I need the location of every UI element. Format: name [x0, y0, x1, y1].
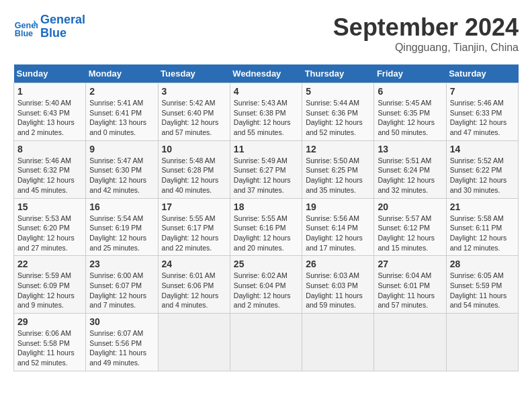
calendar-cell: 26Sunrise: 6:03 AM Sunset: 6:03 PM Dayli…	[302, 256, 374, 314]
logo-icon: General Blue	[13, 15, 38, 39]
calendar-cell: 6Sunrise: 5:45 AM Sunset: 6:35 PM Daylig…	[374, 83, 446, 141]
day-number: 26	[306, 259, 370, 269]
day-number: 10	[162, 144, 226, 154]
col-header-sunday: Sunday	[14, 64, 86, 83]
col-header-thursday: Thursday	[302, 64, 374, 83]
day-info: Sunrise: 5:50 AM Sunset: 6:25 PM Dayligh…	[306, 156, 370, 195]
day-number: 29	[17, 316, 82, 327]
day-number: 25	[234, 259, 298, 269]
day-info: Sunrise: 5:55 AM Sunset: 6:16 PM Dayligh…	[234, 214, 298, 253]
day-number: 23	[89, 259, 154, 269]
logo: General Blue General Blue	[13, 13, 85, 40]
calendar-cell	[302, 314, 374, 371]
day-info: Sunrise: 5:58 AM Sunset: 6:11 PM Dayligh…	[450, 214, 515, 253]
calendar-cell: 22Sunrise: 5:59 AM Sunset: 6:09 PM Dayli…	[14, 256, 86, 314]
calendar-cell: 17Sunrise: 5:55 AM Sunset: 6:17 PM Dayli…	[158, 198, 230, 256]
day-number: 15	[17, 201, 82, 212]
day-number: 22	[17, 259, 82, 269]
calendar-cell: 11Sunrise: 5:49 AM Sunset: 6:27 PM Dayli…	[230, 140, 302, 198]
day-info: Sunrise: 5:49 AM Sunset: 6:27 PM Dayligh…	[234, 156, 298, 195]
day-number: 21	[450, 201, 515, 212]
calendar-cell: 10Sunrise: 5:48 AM Sunset: 6:28 PM Dayli…	[158, 140, 230, 198]
day-number: 13	[378, 144, 442, 154]
day-number: 1	[17, 86, 82, 97]
day-number: 9	[89, 144, 154, 154]
day-number: 12	[306, 144, 370, 154]
calendar-cell: 21Sunrise: 5:58 AM Sunset: 6:11 PM Dayli…	[446, 198, 518, 256]
col-header-tuesday: Tuesday	[158, 64, 230, 83]
day-info: Sunrise: 6:05 AM Sunset: 5:59 PM Dayligh…	[450, 271, 515, 310]
day-number: 5	[306, 86, 370, 97]
day-number: 14	[450, 144, 515, 154]
col-header-wednesday: Wednesday	[230, 64, 302, 83]
calendar-cell	[230, 314, 302, 371]
calendar-cell: 14Sunrise: 5:52 AM Sunset: 6:22 PM Dayli…	[446, 140, 518, 198]
day-number: 8	[17, 144, 82, 154]
day-info: Sunrise: 5:47 AM Sunset: 6:30 PM Dayligh…	[89, 156, 154, 195]
calendar-cell: 16Sunrise: 5:54 AM Sunset: 6:19 PM Dayli…	[86, 198, 158, 256]
calendar-cell: 25Sunrise: 6:02 AM Sunset: 6:04 PM Dayli…	[230, 256, 302, 314]
calendar-cell: 5Sunrise: 5:44 AM Sunset: 6:36 PM Daylig…	[302, 83, 374, 141]
day-info: Sunrise: 6:04 AM Sunset: 6:01 PM Dayligh…	[378, 271, 442, 310]
day-info: Sunrise: 5:40 AM Sunset: 6:43 PM Dayligh…	[17, 98, 82, 138]
calendar-cell	[374, 314, 446, 371]
day-info: Sunrise: 5:42 AM Sunset: 6:40 PM Dayligh…	[162, 98, 226, 138]
day-info: Sunrise: 5:56 AM Sunset: 6:14 PM Dayligh…	[306, 214, 370, 253]
day-info: Sunrise: 5:59 AM Sunset: 6:09 PM Dayligh…	[17, 271, 82, 310]
day-number: 27	[378, 259, 442, 269]
calendar-cell: 19Sunrise: 5:56 AM Sunset: 6:14 PM Dayli…	[302, 198, 374, 256]
calendar-cell: 20Sunrise: 5:57 AM Sunset: 6:12 PM Dayli…	[374, 198, 446, 256]
day-number: 30	[89, 316, 154, 327]
calendar-cell: 23Sunrise: 6:00 AM Sunset: 6:07 PM Dayli…	[86, 256, 158, 314]
day-info: Sunrise: 5:46 AM Sunset: 6:32 PM Dayligh…	[17, 156, 82, 195]
day-info: Sunrise: 6:07 AM Sunset: 5:56 PM Dayligh…	[89, 328, 154, 368]
logo-blue: Blue	[40, 27, 85, 40]
calendar-cell: 2Sunrise: 5:41 AM Sunset: 6:41 PM Daylig…	[86, 83, 158, 141]
day-info: Sunrise: 5:51 AM Sunset: 6:24 PM Dayligh…	[378, 156, 442, 195]
calendar-cell: 3Sunrise: 5:42 AM Sunset: 6:40 PM Daylig…	[158, 83, 230, 141]
day-info: Sunrise: 5:44 AM Sunset: 6:36 PM Dayligh…	[306, 98, 370, 138]
calendar-table: SundayMondayTuesdayWednesdayThursdayFrid…	[13, 64, 519, 371]
day-info: Sunrise: 5:48 AM Sunset: 6:28 PM Dayligh…	[162, 156, 226, 195]
day-info: Sunrise: 6:01 AM Sunset: 6:06 PM Dayligh…	[162, 271, 226, 310]
day-number: 3	[162, 86, 226, 97]
calendar-cell: 27Sunrise: 6:04 AM Sunset: 6:01 PM Dayli…	[374, 256, 446, 314]
calendar-cell: 1Sunrise: 5:40 AM Sunset: 6:43 PM Daylig…	[14, 83, 86, 141]
calendar-cell: 4Sunrise: 5:43 AM Sunset: 6:38 PM Daylig…	[230, 83, 302, 141]
calendar-cell: 18Sunrise: 5:55 AM Sunset: 6:16 PM Dayli…	[230, 198, 302, 256]
day-number: 18	[234, 201, 298, 212]
day-info: Sunrise: 5:52 AM Sunset: 6:22 PM Dayligh…	[450, 156, 515, 195]
day-number: 17	[162, 201, 226, 212]
day-info: Sunrise: 5:46 AM Sunset: 6:33 PM Dayligh…	[450, 98, 515, 138]
day-info: Sunrise: 5:53 AM Sunset: 6:20 PM Dayligh…	[17, 214, 82, 253]
day-info: Sunrise: 5:41 AM Sunset: 6:41 PM Dayligh…	[89, 98, 154, 138]
day-info: Sunrise: 5:45 AM Sunset: 6:35 PM Dayligh…	[378, 98, 442, 138]
day-number: 19	[306, 201, 370, 212]
calendar-cell: 9Sunrise: 5:47 AM Sunset: 6:30 PM Daylig…	[86, 140, 158, 198]
day-info: Sunrise: 6:06 AM Sunset: 5:58 PM Dayligh…	[17, 328, 82, 368]
location-subtitle: Qingguang, Tianjin, China	[333, 42, 519, 54]
day-number: 16	[89, 201, 154, 212]
day-info: Sunrise: 6:03 AM Sunset: 6:03 PM Dayligh…	[306, 271, 370, 310]
calendar-cell: 29Sunrise: 6:06 AM Sunset: 5:58 PM Dayli…	[14, 314, 86, 371]
col-header-saturday: Saturday	[446, 64, 518, 83]
col-header-monday: Monday	[86, 64, 158, 83]
calendar-cell	[446, 314, 518, 371]
day-info: Sunrise: 5:55 AM Sunset: 6:17 PM Dayligh…	[162, 214, 226, 253]
day-number: 2	[89, 86, 154, 97]
svg-text:Blue: Blue	[15, 29, 33, 38]
day-info: Sunrise: 5:43 AM Sunset: 6:38 PM Dayligh…	[234, 98, 298, 138]
logo-general: General	[40, 13, 85, 27]
day-number: 7	[450, 86, 515, 97]
day-info: Sunrise: 5:54 AM Sunset: 6:19 PM Dayligh…	[89, 214, 154, 253]
title-block: September 2024 Qingguang, Tianjin, China	[333, 13, 519, 54]
page-header: General Blue General Blue September 2024…	[13, 13, 519, 54]
calendar-cell: 7Sunrise: 5:46 AM Sunset: 6:33 PM Daylig…	[446, 83, 518, 141]
day-number: 28	[450, 259, 515, 269]
col-header-friday: Friday	[374, 64, 446, 83]
calendar-cell: 12Sunrise: 5:50 AM Sunset: 6:25 PM Dayli…	[302, 140, 374, 198]
calendar-cell: 13Sunrise: 5:51 AM Sunset: 6:24 PM Dayli…	[374, 140, 446, 198]
day-number: 20	[378, 201, 442, 212]
day-number: 11	[234, 144, 298, 154]
calendar-cell	[158, 314, 230, 371]
